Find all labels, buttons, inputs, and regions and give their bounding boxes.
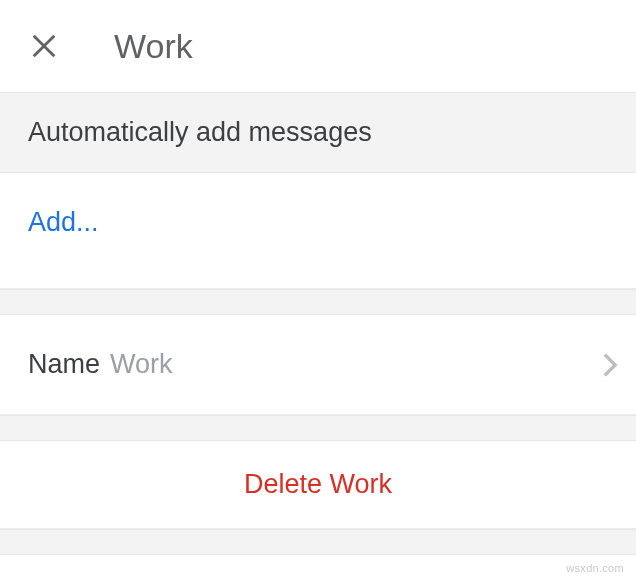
watermark: wsxdn.com bbox=[566, 562, 624, 574]
page-title: Work bbox=[114, 27, 193, 66]
spacer bbox=[0, 529, 636, 555]
chevron-right-icon bbox=[602, 352, 618, 378]
spacer bbox=[0, 289, 636, 315]
section-auto-add: Automatically add messages bbox=[0, 92, 636, 173]
close-icon bbox=[30, 32, 58, 60]
name-value: Work bbox=[110, 349, 602, 380]
add-button[interactable]: Add... bbox=[0, 173, 636, 289]
name-row[interactable]: Name Work bbox=[0, 315, 636, 415]
name-label: Name bbox=[28, 349, 100, 380]
spacer bbox=[0, 415, 636, 441]
app-header: Work bbox=[0, 0, 636, 92]
close-button[interactable] bbox=[18, 20, 70, 72]
delete-button[interactable]: Delete Work bbox=[0, 441, 636, 529]
